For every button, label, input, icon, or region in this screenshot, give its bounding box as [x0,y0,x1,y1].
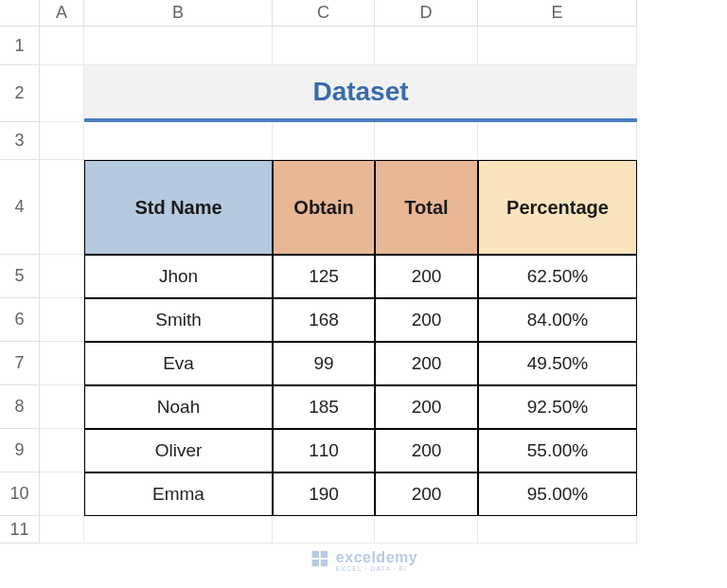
watermark-tagline: EXCEL · DATA · BI [336,565,417,572]
cell-obtain[interactable]: 99 [273,342,375,385]
cell-D11[interactable] [375,516,478,543]
column-header-E[interactable]: E [478,0,637,27]
cell-total[interactable]: 200 [375,342,478,385]
cell-name[interactable]: Noah [84,385,273,429]
watermark: exceldemy EXCEL · DATA · BI [310,548,417,573]
cell-A4[interactable] [40,160,84,255]
cell-percentage[interactable]: 49.50% [478,342,637,385]
cell-percentage[interactable]: 84.00% [478,298,637,342]
row-header-7[interactable]: 7 [0,342,40,385]
cell-A5[interactable] [40,255,84,298]
row-header-8[interactable]: 8 [0,385,40,429]
cell-D3[interactable] [375,122,478,160]
cell-E11[interactable] [478,516,637,543]
row-header-3[interactable]: 3 [0,122,40,160]
cell-name[interactable]: Oliver [84,429,273,472]
cell-obtain[interactable]: 125 [273,255,375,298]
cell-obtain[interactable]: 168 [273,298,375,342]
cell-obtain[interactable]: 190 [273,472,375,516]
select-all-corner[interactable] [0,0,40,27]
cell-A3[interactable] [40,122,84,160]
spreadsheet-grid: A B C D E 1 2 3 4 5 6 7 8 9 10 11 Datase… [0,0,637,543]
cell-A2[interactable] [40,65,84,122]
cell-C1[interactable] [273,27,375,65]
cell-A6[interactable] [40,298,84,342]
cell-name[interactable]: Eva [84,342,273,385]
cell-percentage[interactable]: 95.00% [478,472,637,516]
cell-obtain[interactable]: 185 [273,385,375,429]
row-header-2[interactable]: 2 [0,65,40,122]
cell-A11[interactable] [40,516,84,543]
cell-obtain[interactable]: 110 [273,429,375,472]
cell-A7[interactable] [40,342,84,385]
cell-B3[interactable] [84,122,273,160]
dataset-title[interactable]: Dataset [84,65,637,122]
watermark-brand: exceldemy [336,550,417,565]
cell-B1[interactable] [84,27,273,65]
cell-A1[interactable] [40,27,84,65]
row-header-4[interactable]: 4 [0,160,40,255]
row-header-1[interactable]: 1 [0,27,40,65]
column-header-C[interactable]: C [273,0,375,27]
cell-A10[interactable] [40,472,84,516]
cell-percentage[interactable]: 62.50% [478,255,637,298]
header-obtain[interactable]: Obtain [273,160,375,255]
row-header-6[interactable]: 6 [0,298,40,342]
cell-C11[interactable] [273,516,375,543]
cell-A9[interactable] [40,429,84,472]
column-header-D[interactable]: D [375,0,478,27]
cell-B11[interactable] [84,516,273,543]
column-header-B[interactable]: B [84,0,273,27]
cell-name[interactable]: Emma [84,472,273,516]
cell-percentage[interactable]: 92.50% [478,385,637,429]
cell-total[interactable]: 200 [375,298,478,342]
cell-E1[interactable] [478,27,637,65]
row-header-10[interactable]: 10 [0,472,40,516]
cell-total[interactable]: 200 [375,429,478,472]
watermark-icon [310,548,330,573]
cell-D1[interactable] [375,27,478,65]
cell-A8[interactable] [40,385,84,429]
row-header-11[interactable]: 11 [0,516,40,543]
cell-percentage[interactable]: 55.00% [478,429,637,472]
cell-name[interactable]: Smith [84,298,273,342]
cell-name[interactable]: Jhon [84,255,273,298]
column-header-A[interactable]: A [40,0,84,27]
header-std-name[interactable]: Std Name [84,160,273,255]
cell-E3[interactable] [478,122,637,160]
row-header-9[interactable]: 9 [0,429,40,472]
header-total[interactable]: Total [375,160,478,255]
cell-total[interactable]: 200 [375,255,478,298]
cell-total[interactable]: 200 [375,472,478,516]
cell-C3[interactable] [273,122,375,160]
header-percentage[interactable]: Percentage [478,160,637,255]
cell-total[interactable]: 200 [375,385,478,429]
row-header-5[interactable]: 5 [0,255,40,298]
